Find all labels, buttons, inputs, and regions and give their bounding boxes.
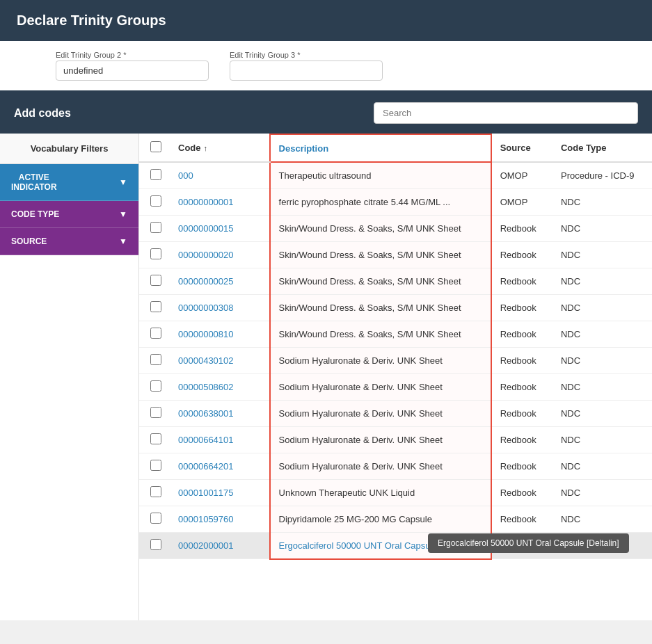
table-row: 00000000025Skin/Wound Dress. & Soaks, S/…: [139, 268, 652, 295]
table-row: 00000664201Sodium Hyaluronate & Deriv. U…: [139, 453, 652, 480]
active-indicator-chevron: ▼: [119, 177, 127, 187]
source-cell: Redbook: [491, 453, 552, 480]
row-checkbox[interactable]: [150, 433, 161, 444]
page-header: Declare Trinity Groups: [0, 0, 652, 41]
row-checkbox[interactable]: [150, 195, 161, 207]
code-header[interactable]: Code ↑: [170, 134, 270, 162]
description-cell: Unknown Therapeutic UNK Liquid: [270, 480, 491, 506]
trinity-group-3-wrapper: Edit Trinity Group 3 *: [230, 51, 383, 81]
row-checkbox[interactable]: [150, 301, 161, 312]
code-cell: 00000000015: [170, 216, 270, 242]
row-checkbox[interactable]: [150, 513, 161, 524]
source-cell: Redbook: [491, 321, 552, 348]
table-row: 00001059760Dipyridamole 25 MG-200 MG Cap…: [139, 506, 652, 533]
code-type-chevron: ▼: [119, 209, 127, 219]
sort-arrow-icon: ↑: [204, 144, 208, 152]
select-all-header[interactable]: [139, 134, 170, 162]
table-row: 000Therapeutic ultrasoundOMOPProcedure -…: [139, 162, 652, 189]
table-row: 00000430102Sodium Hyaluronate & Deriv. U…: [139, 348, 652, 374]
code-type-filter[interactable]: CODE TYPE ▼: [0, 201, 138, 228]
code-cell: 000: [170, 162, 270, 189]
code-cell: 00000000810: [170, 321, 270, 348]
code-cell: 00000664101: [170, 427, 270, 453]
code-type-cell: NDC: [552, 453, 652, 480]
description-cell: ferric pyrophosphate citrate 5.44 MG/ML …: [270, 189, 491, 216]
select-all-checkbox[interactable]: [150, 141, 161, 152]
row-checkbox[interactable]: [150, 460, 161, 471]
code-cell: 00000430102: [170, 348, 270, 374]
row-checkbox[interactable]: [150, 222, 161, 233]
add-codes-title: Add codes: [14, 107, 71, 120]
trinity-group-2-input[interactable]: [56, 61, 209, 81]
source-label: SOURCE: [11, 236, 47, 246]
trinity-groups-bar: Edit Trinity Group 2 * Edit Trinity Grou…: [0, 41, 652, 92]
active-indicator-filter[interactable]: ACTIVEINDICATOR ▼: [0, 164, 138, 201]
row-checkbox[interactable]: [150, 407, 161, 418]
code-cell: 00000638001: [170, 401, 270, 427]
row-checkbox[interactable]: [150, 354, 161, 365]
table-area: Code ↑ Description Source Code Type 000T…: [139, 134, 652, 620]
code-type-cell: NDC: [552, 506, 652, 533]
main-content: Vocabulary Filters ACTIVEINDICATOR ▼ COD…: [0, 134, 652, 620]
description-cell: Sodium Hyaluronate & Deriv. UNK Sheet: [270, 401, 491, 427]
source-cell: Redbook: [491, 216, 552, 242]
table-row: 00000000001ferric pyrophosphate citrate …: [139, 189, 652, 216]
table-row: 00001001175Unknown Therapeutic UNK Liqui…: [139, 480, 652, 506]
code-cell: 00000000025: [170, 268, 270, 295]
description-cell: Therapeutic ultrasound: [270, 162, 491, 189]
table-row: 00000000015Skin/Wound Dress. & Soaks, S/…: [139, 216, 652, 242]
code-type-header: Code Type: [552, 134, 652, 162]
code-type-cell: NDC: [552, 268, 652, 295]
source-cell: Redbook: [491, 348, 552, 374]
description-cell: Dipyridamole 25 MG-200 MG Capsule: [270, 506, 491, 533]
row-checkbox[interactable]: [150, 248, 161, 259]
table-container: Code ↑ Description Source Code Type 000T…: [139, 134, 652, 560]
table-row: 00000664101Sodium Hyaluronate & Deriv. U…: [139, 427, 652, 453]
code-sort: Code ↑: [178, 143, 207, 153]
description-cell: Sodium Hyaluronate & Deriv. UNK Sheet: [270, 427, 491, 453]
code-cell: 00000664201: [170, 453, 270, 480]
source-cell: Redbook: [491, 506, 552, 533]
row-checkbox[interactable]: [150, 275, 161, 286]
search-input[interactable]: [374, 102, 638, 124]
code-cell: 00001059760: [170, 506, 270, 533]
source-chevron: ▼: [119, 236, 127, 246]
code-cell: 00000000020: [170, 242, 270, 268]
add-codes-section: Add codes: [0, 92, 652, 134]
table-row: 00000508602Sodium Hyaluronate & Deriv. U…: [139, 374, 652, 401]
code-type-cell: NDC: [552, 321, 652, 348]
code-type-cell: NDC: [552, 374, 652, 401]
description-cell: Sodium Hyaluronate & Deriv. UNK Sheet: [270, 348, 491, 374]
row-checkbox[interactable]: [150, 169, 161, 180]
code-type-cell: NDC: [552, 427, 652, 453]
description-header: Description: [270, 134, 491, 162]
description-cell: Skin/Wound Dress. & Soaks, S/M UNK Sheet: [270, 295, 491, 321]
table-header-row: Code ↑ Description Source Code Type: [139, 134, 652, 162]
trinity-group-3-label: Edit Trinity Group 3 *: [230, 51, 383, 59]
code-cell: 00002000001: [170, 533, 270, 559]
table-row: 00000638001Sodium Hyaluronate & Deriv. U…: [139, 401, 652, 427]
table-row: 00000000020Skin/Wound Dress. & Soaks, S/…: [139, 242, 652, 268]
row-checkbox[interactable]: [150, 539, 161, 550]
table-row: 00000000810Skin/Wound Dress. & Soaks, S/…: [139, 321, 652, 348]
code-type-cell: NDC: [552, 401, 652, 427]
row-checkbox[interactable]: [150, 380, 161, 392]
vocabulary-filters-title: Vocabulary Filters: [0, 134, 138, 164]
row-checkbox[interactable]: [150, 328, 161, 339]
source-cell: OMOP: [491, 189, 552, 216]
code-cell: 00000000001: [170, 189, 270, 216]
code-type-label: CODE TYPE: [11, 209, 59, 219]
code-cell: 00000000308: [170, 295, 270, 321]
codes-table: Code ↑ Description Source Code Type 000T…: [139, 134, 652, 560]
active-indicator-label: ACTIVEINDICATOR: [11, 172, 57, 192]
sidebar: Vocabulary Filters ACTIVEINDICATOR ▼ COD…: [0, 134, 139, 620]
row-checkbox[interactable]: [150, 486, 161, 497]
source-cell: Redbook: [491, 427, 552, 453]
code-type-cell: Procedure - ICD-9: [552, 162, 652, 189]
code-type-cell: NDC: [552, 295, 652, 321]
trinity-group-3-input[interactable]: [230, 61, 383, 81]
source-filter[interactable]: SOURCE ▼: [0, 228, 138, 255]
source-cell: OMOP: [491, 162, 552, 189]
source-cell: Redbook: [491, 374, 552, 401]
code-type-cell: NDC: [552, 242, 652, 268]
